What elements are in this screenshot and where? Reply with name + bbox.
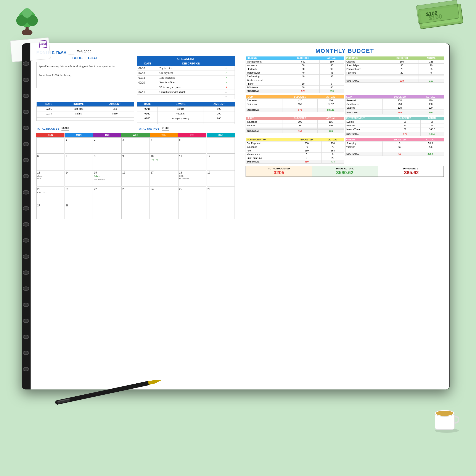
housing-row: Gas/heating4035	[246, 75, 344, 78]
checklist-status-header	[224, 61, 235, 66]
loan-subtotal: SUBTOTAL 640 690	[345, 111, 444, 115]
housing-row: Mortgage/rent650650	[246, 60, 344, 64]
left-page: MONTH & YEAR ___ Feb 2022 BUDGET GOAL Sp…	[30, 43, 240, 390]
cal-cell: 4	[150, 137, 178, 154]
cal-cell: 7	[65, 154, 93, 170]
transportation-row: Fuel130158	[246, 149, 344, 153]
others-actual-header: ACTUAL	[417, 138, 444, 141]
food-actual-header: ACTUAL	[317, 95, 344, 99]
checklist-desc	[158, 95, 224, 99]
cal-cell: 10Pay Day	[150, 154, 178, 170]
entertainment-actual-header: ACTUAL	[420, 117, 444, 120]
spiral-ring	[23, 61, 29, 66]
check-status: ○	[224, 90, 235, 95]
check-status: ✓	[224, 80, 235, 85]
left-top-section: BUDGET GOAL Spend less money this month …	[36, 56, 235, 99]
spiral-ring	[23, 110, 29, 114]
envelope-decoration: STAMP	[10, 37, 51, 62]
cal-cell: 1	[65, 137, 93, 154]
total-difference-value: -385.62	[379, 170, 442, 175]
housing-subtotal: SUBTOTAL 920 910	[246, 89, 344, 93]
cal-cell	[207, 203, 235, 219]
spiral-ring	[23, 158, 29, 162]
spiral-ring	[23, 367, 29, 371]
spiral-ring	[23, 206, 29, 210]
saving-type-header: SAVING	[158, 102, 204, 107]
totals-bottom: TOTAL BUDGETED 3205 TOTAL ACTUAL 3590.62…	[246, 166, 444, 177]
cal-cell: 9	[121, 154, 150, 170]
plant-decoration	[13, 6, 41, 35]
checklist-desc: Mad Insurance	[158, 75, 224, 80]
right-page: MONTHLY BUDGET HOUSING BUDGETED ACTUAL M…	[240, 43, 450, 390]
check-status: ✗	[224, 85, 235, 90]
saving-row: 02/10 House 500	[137, 107, 235, 111]
food-budgeted-header: BUDGETED	[283, 95, 317, 99]
loan-table: LOAN BUDGETED ACTUAL Personal270270 Cred…	[345, 95, 444, 115]
personal-subtotal: SUBTOTAL 220 210	[345, 79, 444, 83]
saving-amount: 200	[204, 111, 235, 116]
total-budgeted-label: TOTAL BUDGETED	[247, 167, 311, 170]
health-subtotal: SUBTOTAL 195 295	[246, 130, 344, 133]
cal-cell: 26	[207, 187, 235, 203]
cal-cell: 22	[93, 187, 121, 203]
spiral-ring	[23, 287, 29, 291]
cal-cell: 14	[65, 170, 93, 187]
income-row	[36, 118, 134, 119]
monthly-budget-title: MONTHLY BUDGET	[246, 48, 444, 54]
checklist-date: 02/16	[137, 90, 158, 95]
housing-label: HOUSING	[246, 56, 287, 60]
checklist-date: 02/15	[137, 75, 158, 80]
cal-cell: 20Rent due	[36, 187, 65, 203]
spiral-ring	[23, 303, 29, 307]
total-savings-label: TOTAL SAVINGS	[137, 127, 159, 130]
income-amount: 5350	[96, 111, 134, 116]
cal-tue: TUE	[93, 133, 121, 137]
checklist-desc: Consultation with a bank	[158, 90, 224, 95]
budget-goal-text1: Spend less money this month for dining o…	[39, 64, 132, 69]
spiral-ring	[23, 271, 29, 275]
spiral-ring	[23, 126, 29, 130]
saving-amount: 500	[204, 107, 235, 111]
checklist-date: 02/13	[137, 71, 158, 75]
spiral-ring	[23, 78, 29, 82]
income-section: DATE INCOME AMOUNT 02/05 Part-time 950 0…	[36, 102, 134, 124]
transportation-row: Insurance7070	[246, 145, 344, 149]
calendar-header: SUN MON TUE WED THU FRI SAT	[36, 133, 235, 137]
personal-budgeted-header: BUDGETED	[385, 56, 418, 60]
housing-table: HOUSING BUDGETED ACTUAL Mortgage/rent650…	[246, 56, 344, 93]
checklist-table: DATE DESCRIPTION 02/10 Pay the bills ✓ 0…	[137, 61, 235, 99]
entertainment-row: Hobbies3050	[345, 124, 444, 127]
personal-table: PERSONAL BUDGETED ACTUAL Clothing100125 …	[345, 56, 444, 83]
spiral-ring	[23, 94, 29, 98]
food-subtotal: SUBTOTAL 570 503.12	[246, 108, 344, 112]
entertainment-label: ENTERTAINMENT	[345, 117, 390, 120]
check-status: ✓	[224, 66, 235, 71]
health-budgeted-header: BUDGETED	[283, 117, 317, 120]
spiral-ring	[23, 142, 29, 146]
svg-marker-13	[157, 379, 161, 382]
spiral-ring	[23, 255, 29, 259]
cal-cell: 5	[178, 137, 206, 154]
housing-row: Electricity6090	[246, 67, 344, 71]
cal-thu: THU	[150, 133, 178, 137]
income-amount-header: AMOUNT	[96, 102, 134, 107]
calendar-grid: 1 2 3 4 5 6 7 8 9 10Pay Day 11 12 13phon…	[36, 137, 235, 219]
saving-date: 02/10	[137, 107, 158, 111]
loan-row: Student120120	[345, 106, 444, 110]
loan-label: LOAN	[345, 95, 383, 99]
income-table: DATE INCOME AMOUNT 02/05 Part-time 950 0…	[36, 102, 134, 121]
food-section: FOOD BUDGETED ACTUAL Groceries420406 Din…	[246, 95, 344, 115]
spiral-ring	[23, 222, 29, 226]
cal-cell: 6	[36, 154, 65, 170]
budget-sections: HOUSING BUDGETED ACTUAL Mortgage/rent650…	[246, 56, 444, 165]
health-actual-header: ACTUAL	[317, 117, 344, 120]
spiral-ring	[23, 319, 29, 323]
health-section: HEALTH BUDGETED ACTUAL Insurance195195 M…	[246, 117, 344, 136]
check-status: ○	[224, 95, 235, 99]
total-budgeted-value: 3205	[247, 170, 311, 175]
housing-row: Phone300	[246, 82, 344, 86]
total-difference-label: DIFFERENCE	[379, 167, 442, 170]
transportation-actual-header: ACTUAL	[322, 138, 344, 141]
health-row: Medical0100	[246, 124, 344, 127]
income-savings-row: DATE INCOME AMOUNT 02/05 Part-time 950 0…	[36, 102, 235, 124]
